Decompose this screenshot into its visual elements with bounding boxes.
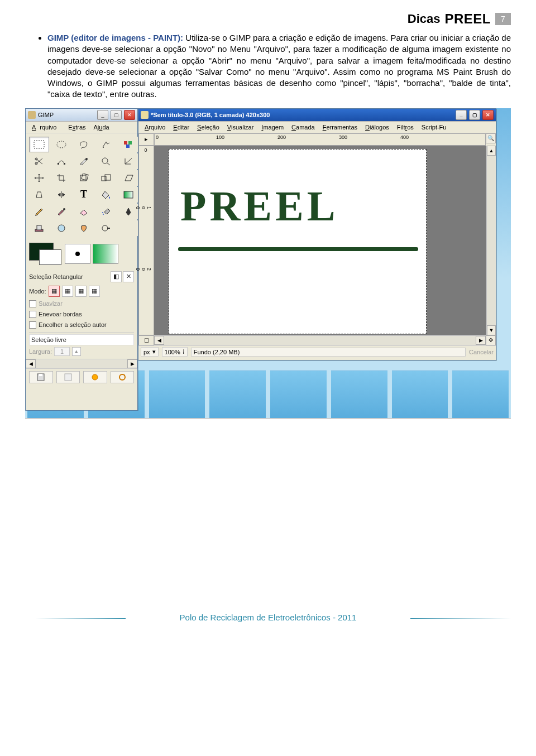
minimize-button[interactable]: _ (97, 110, 108, 120)
toolbox-titlebar[interactable]: GIMP _ ▢ ✕ (26, 109, 137, 122)
mode-subtract[interactable]: ▦ (75, 286, 87, 297)
ruler-menu-icon[interactable]: ▸ (138, 133, 154, 146)
page-footer: Polo de Reciclagem de Eletroeletrônicos … (0, 608, 536, 639)
tool-ellipse-select[interactable] (51, 137, 71, 152)
gimp-toolbox-window: GIMP _ ▢ ✕ Arquivo Extras Ajuda (25, 108, 138, 411)
largura-label: Largura: (29, 348, 52, 355)
canvas-maximize-button[interactable]: ▢ (469, 110, 480, 120)
canvas-area[interactable]: PREEL (154, 146, 486, 335)
background-color[interactable] (39, 249, 61, 265)
canvas-menu-filtros[interactable]: Filtros (393, 123, 418, 132)
scroll-up-icon[interactable]: ▲ (487, 146, 496, 156)
gradient-preview[interactable] (93, 244, 118, 264)
ruler-zoom-icon[interactable]: 🔍 (486, 133, 496, 143)
canvas-menu-camada[interactable]: Camada (288, 123, 319, 132)
scroll-down-icon[interactable]: ▼ (487, 325, 496, 335)
color-swatches (26, 239, 137, 268)
tool-shear[interactable] (118, 170, 138, 186)
tool-paths[interactable] (51, 153, 71, 169)
canvas-menu-imagem[interactable]: Imagem (257, 123, 288, 132)
scroll-right-icon[interactable]: ▶ (476, 336, 486, 345)
wilber-icon (141, 111, 149, 119)
mode-add[interactable]: ▦ (62, 286, 73, 297)
tool-rect-select[interactable] (29, 137, 49, 152)
brush-preview[interactable] (65, 244, 90, 264)
opts-close-button[interactable]: ✕ (123, 271, 134, 282)
tool-scale[interactable] (96, 170, 116, 186)
mode-replace[interactable]: ▦ (49, 286, 60, 297)
canvas-menu-ferramentas[interactable]: Ferramentas (319, 123, 361, 132)
largura-stepper[interactable]: ▴ (72, 347, 81, 356)
canvas-menu-scriptfu[interactable]: Script-Fu (418, 123, 451, 132)
tool-measure[interactable] (118, 153, 138, 169)
tool-fuzzy-select[interactable] (96, 137, 116, 152)
tool-zoom[interactable] (96, 153, 116, 169)
menu-arquivo[interactable]: Arquivo (28, 123, 64, 132)
tool-perspective[interactable] (29, 187, 49, 203)
tool-empty (118, 220, 138, 236)
status-units[interactable]: px▾ (141, 347, 159, 357)
tool-eraser[interactable] (74, 204, 94, 219)
opts-tab-button[interactable]: ◧ (111, 271, 122, 282)
suavizar-checkbox[interactable] (29, 300, 36, 307)
page-header: Dicas PREEL 7 (25, 11, 511, 27)
tool-paintbrush[interactable] (51, 204, 71, 219)
tool-flip[interactable] (51, 187, 71, 203)
tool-blend[interactable] (118, 187, 138, 203)
tool-rotate[interactable] (74, 170, 94, 186)
canvas-close-button[interactable]: ✕ (482, 110, 494, 120)
tool-airbrush[interactable] (96, 204, 116, 219)
status-zoom[interactable]: 100%⁞ (162, 347, 188, 357)
tool-options: Seleção Retangular ◧ ✕ Modo: ▦ ▦ ▦ ▦ Sua… (26, 268, 137, 359)
tool-lasso[interactable] (74, 137, 94, 152)
revert-icon[interactable] (56, 371, 80, 383)
toolbox-scroll-h[interactable]: ◀ ▶ (26, 359, 137, 368)
canvas-menu-arquivo[interactable]: Arquivo (141, 123, 169, 132)
menu-extras[interactable]: Extras (64, 123, 89, 132)
canvas-minimize-button[interactable]: _ (456, 110, 467, 120)
tool-clone[interactable] (29, 220, 49, 236)
save-icon[interactable] (29, 371, 53, 383)
canvas-scroll-h[interactable]: ◀ ▶ (154, 335, 486, 345)
menu-ajuda[interactable]: Ajuda (90, 123, 113, 132)
tool-smudge[interactable] (74, 220, 94, 236)
svg-rect-26 (65, 374, 71, 381)
close-button[interactable]: ✕ (124, 110, 135, 120)
canvas-menu-visualizar[interactable]: Visualizar (223, 123, 258, 132)
ruler-vertical[interactable]: 0 100 200 (138, 146, 154, 335)
enevoar-label: Enevoar bordas (39, 311, 82, 317)
tool-text[interactable]: T (74, 187, 94, 203)
scroll-left-icon[interactable]: ◀ (26, 359, 36, 368)
delete-icon[interactable] (83, 371, 107, 383)
tool-iscissors[interactable] (29, 153, 49, 169)
canvas-title: *Sem título-3.0 (RGB, 1 camada) 420x300 (151, 112, 270, 118)
selecao-livre-row[interactable]: Seleção livre (29, 334, 134, 345)
ruler-horizontal[interactable]: 0 100 200 300 400 (154, 133, 486, 146)
canvas-menu-editar[interactable]: Editar (169, 123, 193, 132)
largura-input[interactable]: 1 (54, 347, 70, 356)
tool-move[interactable] (29, 170, 49, 186)
scroll-left-icon[interactable]: ◀ (154, 336, 164, 345)
scroll-right-icon[interactable]: ▶ (127, 359, 137, 368)
tool-crop[interactable] (51, 170, 71, 186)
svg-point-11 (102, 158, 108, 163)
tool-dodge-burn[interactable] (96, 220, 116, 236)
nav-icon[interactable]: ✥ (486, 335, 496, 345)
tool-ink[interactable] (118, 204, 138, 219)
canvas-scroll-v[interactable]: ▲ ▼ (486, 146, 496, 335)
tool-pencil[interactable] (29, 204, 49, 219)
enevoar-checkbox[interactable] (29, 311, 36, 318)
tool-convolve[interactable] (51, 220, 71, 236)
encolher-label: Encolher a seleção autor (39, 321, 107, 328)
quickmask-icon[interactable]: ◻ (138, 335, 154, 345)
tool-color-select[interactable] (118, 137, 138, 152)
canvas-titlebar[interactable]: *Sem título-3.0 (RGB, 1 camada) 420x300 … (138, 109, 496, 122)
mode-intersect[interactable]: ▦ (89, 286, 100, 297)
tool-color-picker[interactable] (74, 153, 94, 169)
reset-icon[interactable] (111, 371, 135, 383)
tool-bucket-fill[interactable] (96, 187, 116, 203)
canvas-menu-selecao[interactable]: Seleção (193, 123, 223, 132)
maximize-button[interactable]: ▢ (111, 110, 122, 120)
canvas-menu-dialogos[interactable]: Diálogos (361, 123, 393, 132)
encolher-checkbox[interactable] (29, 321, 36, 329)
